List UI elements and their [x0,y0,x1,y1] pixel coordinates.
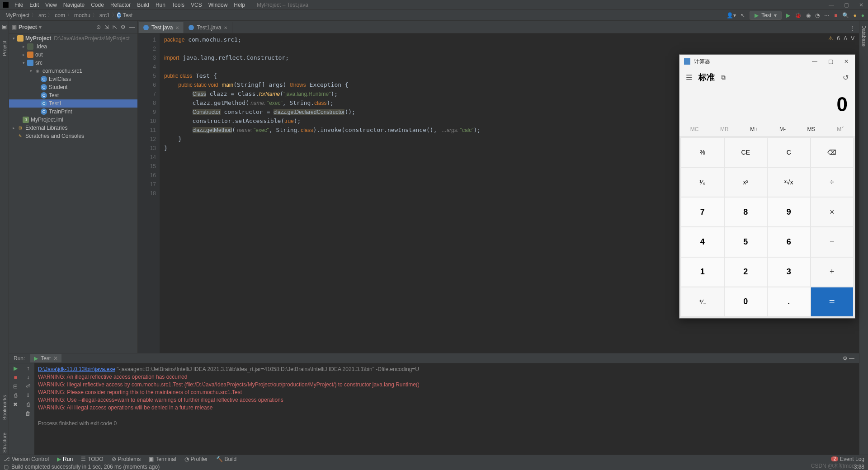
calc-negate[interactable]: ⁺⁄₋ [681,287,724,316]
calc-equals[interactable]: = [811,287,854,316]
calc-titlebar[interactable]: 计算器 — ▢ ✕ [679,55,855,68]
menu-help[interactable]: Help [231,1,248,9]
build-tab[interactable]: 🔨Build [216,456,237,462]
tab-close-icon[interactable]: ✕ [175,25,179,30]
marketplace-icon[interactable]: ● [854,12,857,19]
calc-mc[interactable]: MC [690,126,699,132]
calc-4[interactable]: 4 [681,227,724,256]
crumb-test[interactable]: Test [121,12,134,19]
menu-navigate[interactable]: Navigate [61,1,87,9]
tree-student[interactable]: CStudent [9,83,137,91]
run-output[interactable]: D:\Java\jdk-11.0.13\bin\java.exe "-javaa… [34,363,859,455]
layout-icon[interactable]: ⊟ [13,383,18,390]
menu-file[interactable]: File [12,1,26,9]
menu-window[interactable]: Window [206,1,231,9]
tab-test1[interactable]: Test1.java✕ [184,22,232,33]
profile-button[interactable]: ◔ [815,12,820,19]
calc-square[interactable]: x² [725,168,767,197]
crumb-src[interactable]: src [37,12,47,19]
calc-8[interactable]: 8 [725,197,767,226]
tree-pkg[interactable]: ▾◉com.mochu.src1 [9,67,137,75]
calc-minimize-icon[interactable]: — [810,56,819,66]
coverage-button[interactable]: ◉ [806,12,811,19]
vc-tab[interactable]: ⎇Version Control [4,456,49,462]
tab-test[interactable]: Test.java✕ [139,22,184,33]
calc-menu-icon[interactable]: ☰ [686,73,692,82]
calc-percent[interactable]: % [681,138,724,167]
soft-wrap-icon[interactable]: ⏎ [26,383,30,390]
run-settings-icon[interactable]: ⚙ — [843,355,854,362]
tree-scratches[interactable]: ✎Scratches and Consoles [9,132,137,140]
menu-refactor[interactable]: Refactor [108,1,133,9]
scroll-icon[interactable]: ⤓ [26,392,30,399]
menu-vcs[interactable]: VCS [188,1,205,9]
calc-pin-icon[interactable]: ⧉ [721,74,726,81]
trash-icon[interactable]: 🗑 [25,410,31,417]
tree-root[interactable]: ▾ MyProject D:\Java\IdeaProjects\MyProje… [9,34,137,42]
tree-ext-lib[interactable]: ▸⊞External Libraries [9,124,137,132]
calc-minus[interactable]: − [811,227,854,256]
calc-maximize-icon[interactable]: ▢ [826,56,835,66]
profiler-tab[interactable]: ◔Profiler [184,456,208,462]
calc-divide[interactable]: ÷ [811,168,854,197]
maximize-icon[interactable]: ▢ [842,2,851,8]
calc-sqrt[interactable]: ²√x [768,168,810,197]
minimize-icon[interactable]: — [827,2,836,8]
run-tab[interactable]: ▶Test✕ [30,354,61,362]
calc-mplus[interactable]: M+ [750,126,758,132]
calc-6[interactable]: 6 [768,227,810,256]
calc-multiply[interactable]: × [811,197,854,226]
calc-c[interactable]: C [768,138,810,167]
tree-idea[interactable]: ▸.idea [9,42,137,51]
project-tool-icon[interactable]: ▣ [2,24,7,30]
code-inspection-status[interactable]: ⚠6 ᐱᐯ [828,35,854,42]
search-icon[interactable]: 🔍 [842,12,849,19]
crumb-src1[interactable]: src1 [98,12,112,19]
crumb-project[interactable]: MyProject [4,12,31,19]
project-tool-tab[interactable]: Project [2,39,7,58]
structure-tool-tab[interactable]: Structure [2,431,7,455]
crumb-com[interactable]: com [53,12,67,19]
run-tab-bottom[interactable]: ▶Run [57,456,73,462]
calc-ms[interactable]: MS [807,126,816,132]
tree-trainprint[interactable]: CTrainPrint [9,108,137,116]
attach-button[interactable]: ⋯ [824,12,830,19]
problems-tab[interactable]: ⊘Problems [112,456,141,462]
database-tool-tab[interactable]: Database [861,24,867,48]
calc-close-icon[interactable]: ✕ [842,56,850,66]
calc-decimal[interactable]: . [768,287,810,316]
menu-edit[interactable]: Edit [27,1,42,9]
calc-1[interactable]: 1 [681,258,724,287]
menu-code[interactable]: Code [88,1,107,9]
calc-7[interactable]: 7 [681,197,724,226]
exit-icon[interactable]: ✖ [13,401,18,408]
close-icon[interactable]: ✕ [857,2,865,8]
todo-tab[interactable]: ☰TODO [81,456,103,462]
menu-view[interactable]: View [42,1,60,9]
calc-ce[interactable]: CE [725,138,767,167]
calc-3[interactable]: 3 [768,258,810,287]
user-icon[interactable]: 👤▾ [726,12,736,19]
tree-test1[interactable]: CTest1 [9,99,137,108]
menu-build[interactable]: Build [134,1,152,9]
tab-close-icon[interactable]: ✕ [224,25,227,30]
print-icon[interactable]: ⎙ [27,401,30,408]
calc-2[interactable]: 2 [725,258,767,287]
status-icon[interactable]: ▢ [4,464,9,470]
up-icon[interactable]: ↑ [27,365,29,371]
calc-history-icon[interactable]: ↺ [843,73,849,82]
run-button[interactable]: ▶ [786,12,790,19]
calc-mr[interactable]: MR [720,126,729,132]
calc-0[interactable]: 0 [725,287,767,316]
collapse-all-icon[interactable]: ⇱ [113,24,117,30]
calc-mv[interactable]: M˅ [837,126,844,132]
select-open-file-icon[interactable]: ⊙ [96,24,101,30]
down-icon[interactable]: ↓ [27,374,29,381]
rerun-icon[interactable]: ▶ [14,365,18,371]
crumb-mochu[interactable]: mochu [72,12,92,19]
tree-src[interactable]: ▾src [9,59,137,67]
back-icon[interactable]: ↖ [741,12,745,19]
terminal-tab[interactable]: ▣Terminal [149,456,176,462]
tree-test[interactable]: CTest [9,91,137,99]
menu-run[interactable]: Run [153,1,168,9]
